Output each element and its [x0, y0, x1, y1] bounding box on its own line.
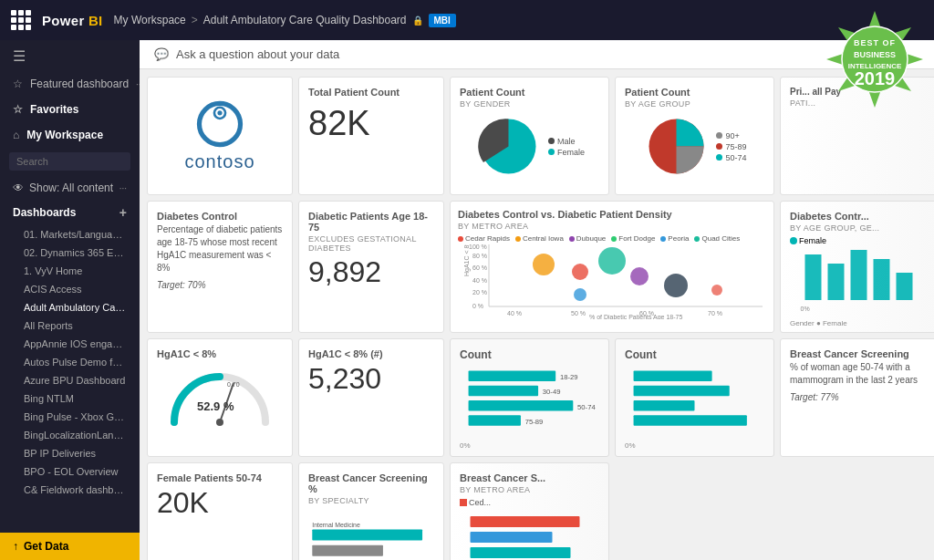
show-all-ellipsis: ··· — [119, 183, 127, 193]
diabetes-control-title: Diabetes Control — [157, 211, 283, 222]
sidebar-dashboard-item-2[interactable]: 1. VyV Home — [0, 262, 140, 280]
dashboard-link[interactable]: Adult Ambulatory Care Quality Dashboard — [203, 14, 407, 26]
legend-male: Male — [548, 137, 585, 146]
svg-text:50-74: 50-74 — [577, 403, 596, 411]
sidebar-dashboard-item-0[interactable]: 01. Markets/Languages — [0, 225, 140, 244]
svg-point-33 — [216, 419, 223, 426]
breadcrumb-separator: > — [192, 14, 198, 26]
female-patients-value: 20K — [157, 487, 283, 519]
count-label-card-2: Count 0% — [615, 338, 774, 457]
sidebar-dashboard-item-5[interactable]: All Reports — [0, 316, 140, 335]
breast-cancer-text-card: Breast Cancer Screening % of woman age 5… — [780, 338, 934, 457]
svg-text:52.9 %: 52.9 % — [197, 399, 234, 413]
diabetes-partial-title: Diabetes Contr... — [790, 211, 929, 222]
breast-cancer-desc: % of woman age 50-74 with a mammogram in… — [790, 361, 929, 387]
total-patient-count-title: Total Patient Count — [308, 87, 434, 98]
sidebar-dashboard-item-10[interactable]: Bing Pulse - Xbox Games — [0, 408, 140, 426]
svg-rect-29 — [874, 259, 890, 300]
sidebar-item-featured[interactable]: ☆ Featured dashboard ··· — [0, 72, 140, 96]
sidebar-dashboard-item-4[interactable]: Adult Ambulatory Care... — [0, 298, 140, 316]
count-label-2: Count — [625, 348, 764, 361]
ask-icon: 💬 — [154, 47, 169, 61]
svg-rect-50 — [312, 529, 422, 540]
add-dashboard-icon[interactable]: + — [119, 205, 127, 220]
svg-rect-27 — [828, 264, 845, 300]
hamburger-menu[interactable]: ☰ — [0, 40, 140, 72]
svg-rect-56 — [471, 547, 571, 558]
legend-item: Dubuque — [569, 234, 606, 243]
dashboard-grid: contoso Total Patient Count 82K Patient … — [140, 69, 934, 560]
sidebar-dashboard-item-1[interactable]: 02. Dynamics 365 EOL — [0, 244, 140, 262]
svg-text:50 %: 50 % — [571, 310, 586, 316]
svg-point-23 — [664, 274, 688, 297]
diabetic-patients-card: Diabetic Patients Age 18-75 EXCLUDES GES… — [298, 201, 444, 333]
ask-bar[interactable]: 💬 Ask a question about your data — [140, 40, 934, 69]
svg-rect-30 — [897, 273, 913, 300]
sidebar-dashboard-item-13[interactable]: BPO - EOL Overview — [0, 462, 140, 481]
svg-text:75-89: 75-89 — [525, 418, 544, 426]
sidebar-item-favorites[interactable]: ☆ Favorites — [0, 96, 140, 121]
breast-cancer-title: Breast Cancer Screening — [790, 348, 929, 359]
svg-rect-46 — [634, 371, 712, 381]
app-launcher-button[interactable] — [11, 10, 31, 30]
svg-text:18-29: 18-29 — [560, 373, 578, 381]
sidebar-dashboard-item-6[interactable]: AppAnnie IOS engage... — [0, 335, 140, 353]
sidebar-dashboard-item-8[interactable]: Azure BPU Dashboard — [0, 371, 140, 389]
gauge-container: 0.0 % 100.0 % 52.9 % 0.70 — [157, 363, 283, 427]
svg-text:40 %: 40 % — [472, 277, 487, 284]
female-dot — [548, 149, 555, 155]
patient-count-age-title: Patient Count — [625, 87, 764, 98]
sidebar-dashboard-item-9[interactable]: Bing NTLM — [0, 389, 140, 408]
contoso-logo: contoso — [184, 100, 254, 172]
breast-cancer-bar-svg: Internal Medicine 0% — [308, 509, 434, 560]
contoso-logo-card: contoso — [147, 77, 293, 195]
sidebar-item-my-workspace[interactable]: ⌂ My Workspace — [0, 121, 140, 147]
gender-pie-svg — [474, 112, 543, 181]
svg-text:2019: 2019 — [855, 68, 896, 88]
age75-dot — [716, 143, 722, 150]
search-input[interactable] — [9, 152, 130, 171]
svg-rect-48 — [634, 400, 695, 410]
main-layout: ☰ ☆ Featured dashboard ··· ☆ Favorites ⌂… — [0, 40, 934, 560]
diabetic-patients-subtitle: EXCLUDES GESTATIONAL DIABETES — [308, 234, 434, 253]
count-label-card-1: Count 18-29 30-49 50-74 75-89 0% — [450, 338, 609, 457]
age90-dot — [716, 132, 722, 139]
svg-point-24 — [574, 288, 586, 301]
sidebar-dashboards-section[interactable]: Dashboards + — [0, 200, 140, 225]
get-data-button[interactable]: ↑ Get Data — [0, 533, 140, 560]
sidebar-dashboard-item-14[interactable]: C& Fieldwork dashboard — [0, 481, 140, 499]
svg-rect-47 — [634, 386, 730, 396]
breast-cancer-target: Target: 77% — [790, 392, 929, 402]
hga1c-gauge-title: HgA1C < 8% — [157, 348, 283, 359]
total-patient-count-card: Total Patient Count 82K — [298, 77, 444, 195]
power-bi-logo: Power BI — [42, 13, 103, 28]
sidebar-dashboard-item-11[interactable]: BingLocalizationLangu... — [0, 426, 140, 444]
partial-bar-svg: 0% — [790, 245, 929, 314]
svg-rect-38 — [469, 371, 556, 381]
sidebar-show-all[interactable]: 👁 Show: All content ··· — [0, 176, 140, 200]
legend-75-89: 75-89 — [716, 142, 746, 151]
star-outline-icon: ☆ — [13, 78, 23, 90]
diabetes-bubble-card: Diabetes Control vs. Diabetic Patient De… — [450, 201, 774, 333]
bubble-chart-title: Diabetes Control vs. Diabetic Patient De… — [458, 209, 766, 220]
count-bar-svg-1: 18-29 30-49 50-74 75-89 — [460, 365, 599, 438]
legend-item: Cedar Rapids — [458, 234, 510, 243]
breast-cancer-metro-title: Breast Cancer S... — [460, 472, 599, 483]
eye-icon: 👁 — [13, 181, 24, 194]
sidebar-dashboard-item-3[interactable]: ACIS Access — [0, 280, 140, 298]
svg-rect-26 — [805, 254, 822, 300]
best-of-badge: BEST OF BUSINESS INTELLIGENCE 2019 — [825, 9, 925, 109]
svg-text:70 %: 70 % — [708, 310, 722, 316]
breast-cancer-metro-card: Breast Cancer S... BY METRO AREA Ced... — [450, 462, 609, 560]
svg-text:% of Diabetic Patients Age 18-: % of Diabetic Patients Age 18-75 — [589, 314, 682, 319]
ask-bar-placeholder: Ask a question about your data — [176, 47, 339, 61]
female-patients-card: Female Patients 50-74 20K — [147, 462, 293, 560]
svg-text:BUSINESS: BUSINESS — [854, 50, 896, 59]
count-bar-svg-2 — [625, 365, 764, 438]
workspace-link[interactable]: My Workspace — [114, 14, 186, 26]
sidebar-dashboard-item-12[interactable]: BP IP Deliveries — [0, 444, 140, 462]
female-patients-title: Female Patients 50-74 — [157, 472, 283, 483]
svg-text:Internal Medicine: Internal Medicine — [312, 522, 360, 528]
sidebar-dashboard-item-7[interactable]: Autos Pulse Demo for... — [0, 353, 140, 371]
svg-point-20 — [572, 264, 588, 280]
